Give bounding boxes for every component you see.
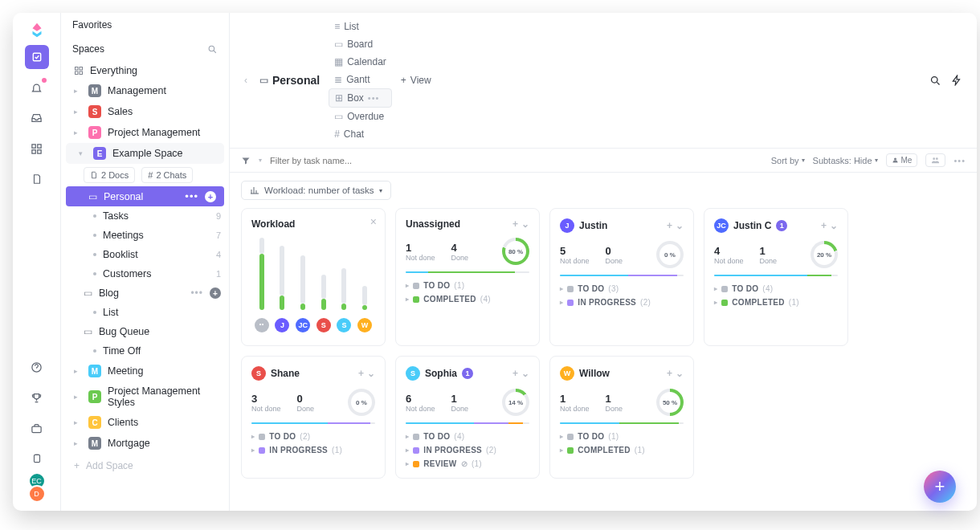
- add-view-button[interactable]: +View: [395, 71, 437, 89]
- favorites-header[interactable]: Favorites: [61, 13, 229, 37]
- sidebar-item[interactable]: Customers 1: [61, 264, 229, 283]
- nav-home-icon[interactable]: [25, 45, 49, 69]
- add-icon[interactable]: +: [210, 287, 221, 299]
- caret-icon: ▸: [74, 367, 82, 375]
- status-row[interactable]: ▸ TO DO (1): [560, 432, 684, 441]
- spaces-header[interactable]: Spaces: [61, 37, 229, 61]
- status-row[interactable]: ▸ IN PROGRESS (2): [560, 298, 684, 307]
- status-row[interactable]: ▸ TO DO (4): [714, 284, 838, 293]
- nav-clipboard-icon[interactable]: [25, 446, 49, 471]
- sort-by-dropdown[interactable]: Sort by▾: [771, 156, 805, 165]
- collapse-icon[interactable]: ⌄: [521, 368, 529, 379]
- nav-trophy-icon[interactable]: [25, 385, 49, 410]
- svg-rect-12: [80, 71, 83, 75]
- sidebar-space[interactable]: ▸ P Project Management Styles: [61, 381, 229, 412]
- more-icon[interactable]: •••: [190, 287, 203, 299]
- view-tab-list[interactable]: ≡ List: [329, 18, 392, 35]
- nav-notif-icon[interactable]: [25, 75, 49, 100]
- nav-apps-icon[interactable]: [25, 137, 49, 161]
- status-row[interactable]: ▸ TO DO (4): [406, 432, 529, 441]
- user-avatars[interactable]: EC D: [28, 477, 46, 503]
- sidebar-space[interactable]: ▸ C Clients: [61, 412, 229, 433]
- fab-create-button[interactable]: +: [924, 471, 956, 503]
- sidebar-space[interactable]: ▸ P Project Management: [61, 122, 229, 143]
- status-row[interactable]: ▸ COMPLETED (1): [714, 298, 838, 307]
- sidebar-space[interactable]: ▸ S Sales: [61, 101, 229, 122]
- collapse-icon[interactable]: ⌄: [676, 368, 684, 379]
- status-row[interactable]: ▸ REVIEW ⊘ (1): [406, 459, 529, 468]
- card-header: SShane +⌄: [251, 366, 375, 381]
- not-done-label: Not done: [714, 257, 744, 265]
- svg-point-16: [936, 157, 938, 160]
- back-button[interactable]: ‹: [241, 75, 251, 86]
- subtasks-dropdown[interactable]: Subtasks: Hide▾: [813, 156, 878, 165]
- status-label: TO DO: [732, 284, 758, 293]
- more-icon[interactable]: •••: [953, 156, 966, 165]
- person-card: SSophia1 +⌄ 6Not done 1Done 14 % ▸ TO DO…: [395, 356, 540, 479]
- search-icon[interactable]: [207, 44, 218, 55]
- status-count: (1): [608, 432, 619, 441]
- status-row[interactable]: ▸ TO DO (1): [406, 281, 529, 290]
- add-icon[interactable]: +: [667, 368, 672, 379]
- view-tab-overdue[interactable]: ▭ Overdue: [329, 108, 392, 125]
- done-count: 0: [606, 245, 623, 257]
- more-icon[interactable]: •••: [185, 190, 198, 202]
- sidebar-timeoff[interactable]: Time Off: [61, 341, 229, 361]
- add-icon[interactable]: +: [358, 368, 364, 379]
- docs-chip[interactable]: 2 Docs: [84, 167, 135, 183]
- collapse-icon[interactable]: ⌄: [367, 368, 375, 379]
- status-color: [259, 447, 265, 454]
- sidebar-blog[interactable]: ▭ Blog ••• +: [61, 283, 229, 303]
- nav-doc-icon[interactable]: [25, 167, 49, 191]
- sidebar-space[interactable]: ▸ M Mortgage: [61, 433, 229, 454]
- search-icon[interactable]: [926, 75, 945, 87]
- add-space-button[interactable]: +Add Space: [61, 454, 229, 478]
- card-header: Unassigned +⌄: [406, 218, 529, 230]
- view-tab-board[interactable]: ▭ Board: [329, 35, 392, 53]
- sidebar-bug-queue[interactable]: ▭Bug Queue: [61, 322, 229, 341]
- sidebar-item[interactable]: Booklist 4: [61, 245, 229, 264]
- view-tab-gantt[interactable]: ≣ Gantt: [329, 71, 392, 88]
- status-row[interactable]: ▸ TO DO (3): [560, 284, 684, 293]
- me-filter[interactable]: Me: [886, 153, 918, 167]
- people-filter[interactable]: [925, 153, 945, 167]
- breadcrumb-title[interactable]: ▭Personal: [254, 71, 325, 90]
- sidebar-personal[interactable]: ▭ Personal ••• +: [66, 186, 224, 206]
- bolt-icon[interactable]: [948, 75, 966, 86]
- status-row[interactable]: ▸ COMPLETED (1): [560, 446, 684, 455]
- collapse-icon[interactable]: ⌄: [676, 220, 684, 231]
- add-icon[interactable]: +: [205, 191, 216, 202]
- sidebar-item[interactable]: Tasks 9: [61, 206, 229, 226]
- sidebar-space[interactable]: ▾ E Example Space: [66, 143, 224, 164]
- status-row[interactable]: ▸ COMPLETED (4): [406, 295, 529, 304]
- status-row[interactable]: ▸ IN PROGRESS (1): [251, 446, 375, 455]
- person-name: Sophia: [425, 368, 457, 379]
- nav-briefcase-icon[interactable]: [25, 416, 49, 440]
- nav-help-icon[interactable]: [25, 355, 49, 379]
- filter-icon[interactable]: [241, 156, 251, 165]
- status-row[interactable]: ▸ IN PROGRESS (2): [406, 446, 529, 455]
- sidebar-everything[interactable]: Everything: [61, 61, 229, 80]
- view-tab-calendar[interactable]: ▦ Calendar: [329, 53, 392, 71]
- sidebar-blog-list[interactable]: List: [61, 303, 229, 322]
- view-tab-box[interactable]: ⊞ Box •••: [329, 88, 392, 108]
- sidebar-item[interactable]: Meetings 7: [61, 226, 229, 245]
- add-icon[interactable]: +: [512, 368, 518, 379]
- status-row[interactable]: ▸ TO DO (2): [251, 432, 375, 441]
- more-icon[interactable]: •••: [368, 93, 380, 103]
- filter-input[interactable]: [270, 156, 381, 165]
- caret-icon: ▸: [74, 439, 82, 447]
- status-color: [413, 296, 419, 303]
- add-icon[interactable]: +: [667, 220, 672, 231]
- collapse-icon[interactable]: ⌄: [521, 218, 529, 230]
- workload-selector[interactable]: Workload: number of tasks▾: [241, 181, 391, 200]
- nav-inbox-icon[interactable]: [25, 106, 49, 130]
- add-icon[interactable]: +: [821, 220, 827, 231]
- view-tab-chat[interactable]: # Chat: [329, 125, 392, 143]
- collapse-icon[interactable]: ⌄: [830, 220, 838, 231]
- sidebar-space[interactable]: ▸ M Management: [61, 80, 229, 101]
- chats-chip[interactable]: #2 Chats: [141, 167, 193, 183]
- add-icon[interactable]: +: [512, 218, 518, 230]
- sidebar-space[interactable]: ▸ M Meeting: [61, 361, 229, 381]
- close-icon[interactable]: ×: [370, 215, 377, 228]
